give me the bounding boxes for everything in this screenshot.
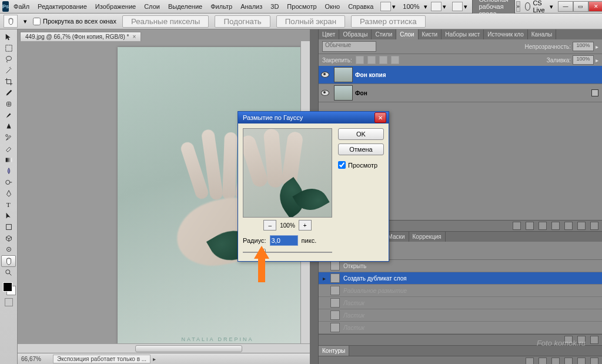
tab-styles[interactable]: Стили <box>372 29 396 39</box>
menu-filter[interactable]: Фильтр <box>207 2 236 11</box>
path-selection-tool[interactable] <box>2 211 15 221</box>
tab-brush-presets[interactable]: Наборы кист <box>442 29 484 39</box>
fit-screen-button[interactable]: Подогнать <box>215 15 270 28</box>
history-step[interactable]: ▸Создать дубликат слоя <box>319 272 602 285</box>
layer-row[interactable]: Фон копия <box>319 66 602 84</box>
lock-all-icon[interactable] <box>391 56 399 64</box>
zoom-level[interactable]: 100% <box>399 2 423 11</box>
menu-window[interactable]: Окно <box>322 2 344 11</box>
window-minimize-button[interactable]: — <box>558 1 573 12</box>
crop-tool[interactable] <box>2 76 15 87</box>
preview-checkbox[interactable]: Просмотр <box>338 161 384 169</box>
lock-transparency-icon[interactable] <box>356 56 364 64</box>
ok-button[interactable]: OK <box>338 128 384 140</box>
screen-mode-icon[interactable]: ▾ <box>450 2 470 11</box>
horizontal-scrollbar[interactable] <box>18 343 310 353</box>
actual-pixels-button[interactable]: Реальные пикселы <box>122 15 209 28</box>
delete-path-icon[interactable] <box>590 358 598 364</box>
cs-live-button[interactable]: CS Live▾ <box>525 0 553 14</box>
make-work-path-icon[interactable] <box>564 358 573 364</box>
status-zoom[interactable]: 66,67% <box>21 356 51 362</box>
tab-layers[interactable]: Слои <box>396 29 418 39</box>
menu-edit[interactable]: Редактирование <box>34 2 91 11</box>
tab-clone-source[interactable]: Источник кло <box>484 29 527 39</box>
menu-layers[interactable]: Слои <box>141 2 163 11</box>
tab-swatches[interactable]: Образцы <box>339 29 372 39</box>
gradient-tool[interactable] <box>2 155 15 165</box>
preview-zoom-out-button[interactable]: – <box>263 220 276 231</box>
history-step[interactable]: Ластик <box>319 309 602 322</box>
print-size-button[interactable]: Размер оттиска <box>351 15 426 28</box>
window-maximize-button[interactable]: ▭ <box>573 1 588 12</box>
visibility-toggle[interactable] <box>319 72 332 78</box>
window-close-button[interactable]: ✕ <box>588 1 602 12</box>
blend-mode-dropdown[interactable]: Обычные <box>322 41 376 52</box>
cancel-button[interactable]: Отмена <box>338 143 384 155</box>
view-extras-icon[interactable]: ▾ <box>429 2 449 11</box>
layer-thumbnail[interactable] <box>334 85 353 101</box>
history-brush-tool[interactable] <box>2 132 15 143</box>
layer-style-icon[interactable] <box>526 222 534 230</box>
new-path-icon[interactable] <box>577 358 586 364</box>
menu-image[interactable]: Изображение <box>92 2 139 11</box>
menu-analysis[interactable]: Анализ <box>237 2 266 11</box>
opacity-value[interactable]: 100% <box>573 42 594 51</box>
marquee-tool[interactable] <box>2 43 15 54</box>
tab-color[interactable]: Цвет <box>319 29 339 39</box>
link-layers-icon[interactable] <box>513 222 521 230</box>
layer-row[interactable]: Фон <box>319 84 602 102</box>
layer-mask-icon[interactable] <box>539 222 547 230</box>
pen-tool[interactable] <box>2 188 15 199</box>
new-snapshot-icon[interactable] <box>577 336 586 344</box>
zoom-tool[interactable] <box>2 268 15 278</box>
healing-brush-tool[interactable] <box>2 99 15 109</box>
eyedropper-tool[interactable] <box>2 88 15 98</box>
tab-channels[interactable]: Каналы <box>528 29 557 39</box>
status-info[interactable]: Экспозиция работает только в ... <box>53 355 150 363</box>
hand-tool[interactable] <box>1 255 16 267</box>
tab-paths[interactable]: Контуры <box>319 346 349 356</box>
menu-view[interactable]: Просмотр <box>283 2 320 11</box>
menu-select[interactable]: Выделение <box>165 2 206 11</box>
history-step[interactable]: Ластик <box>319 322 602 334</box>
scroll-all-windows-checkbox[interactable]: Прокрутка во всех окнах <box>33 18 116 25</box>
group-icon[interactable] <box>564 222 573 230</box>
dialog-titlebar[interactable]: Размытие по Гауссу ✕ <box>238 112 389 123</box>
magic-wand-tool[interactable] <box>2 65 15 76</box>
adjustment-layer-icon[interactable] <box>551 222 560 230</box>
launch-bridge-icon[interactable]: ▾ <box>378 2 398 11</box>
history-step[interactable]: Открыть <box>319 260 602 272</box>
eraser-tool[interactable] <box>2 143 15 154</box>
fill-screen-button[interactable]: Полный экран <box>276 15 345 28</box>
3d-camera-tool[interactable] <box>2 244 15 255</box>
brush-tool[interactable] <box>2 110 15 121</box>
radius-input[interactable] <box>270 235 298 246</box>
history-step[interactable]: Ластик <box>319 297 602 309</box>
clone-stamp-tool[interactable] <box>2 121 15 132</box>
menu-file[interactable]: Файл <box>10 2 33 11</box>
filter-preview[interactable] <box>243 128 332 218</box>
tab-brushes[interactable]: Кисти <box>419 29 442 39</box>
preview-zoom-in-button[interactable]: + <box>299 220 312 231</box>
delete-layer-icon[interactable] <box>590 222 598 230</box>
lock-pixels-icon[interactable] <box>367 56 376 64</box>
delete-state-icon[interactable] <box>590 336 598 344</box>
layer-name[interactable]: Фон копия <box>355 72 386 78</box>
current-tool-icon[interactable] <box>4 15 18 28</box>
stroke-path-icon[interactable] <box>539 358 547 364</box>
quick-mask-toggle[interactable] <box>5 298 13 306</box>
menu-help[interactable]: Справка <box>345 2 377 11</box>
3d-tool[interactable] <box>2 233 15 243</box>
fill-path-icon[interactable] <box>526 358 534 364</box>
fill-value[interactable]: 100% <box>573 55 594 65</box>
dialog-close-button[interactable]: ✕ <box>374 112 386 123</box>
history-step[interactable]: Радиальное размытие <box>319 285 602 297</box>
dodge-tool[interactable] <box>2 177 15 188</box>
new-layer-icon[interactable] <box>577 222 586 230</box>
close-tab-icon[interactable]: × <box>132 34 136 40</box>
new-doc-from-state-icon[interactable] <box>564 336 573 344</box>
lasso-tool[interactable] <box>2 54 15 65</box>
workspace-more-icon[interactable]: » <box>516 1 520 12</box>
menu-3d[interactable]: 3D <box>267 2 282 11</box>
path-to-selection-icon[interactable] <box>551 358 560 364</box>
